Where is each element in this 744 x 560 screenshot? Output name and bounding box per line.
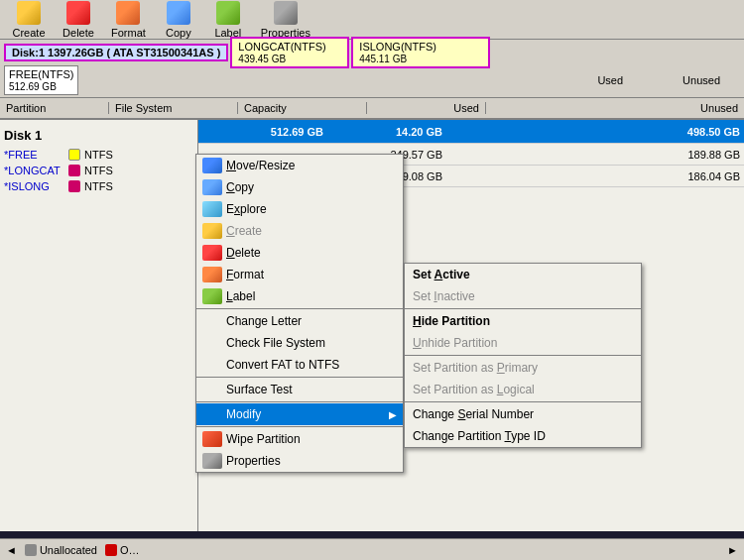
menu-format[interactable]: Format <box>196 264 403 285</box>
cell-used-0: 14.20 GB <box>327 126 446 138</box>
legend-unallocated: Unallocated <box>25 544 97 556</box>
submenu-set-logical: Set Partition as Logical <box>405 379 641 400</box>
toolbar-delete[interactable]: Delete <box>54 0 103 41</box>
submenu: Set Active Set Inactive Hide Partition U… <box>404 263 642 448</box>
column-headers: Partition File System Capacity Used Unus… <box>0 98 744 120</box>
ntfs-dot-2 <box>68 180 80 192</box>
list-item[interactable]: *ISLONG NTFS <box>4 178 193 194</box>
ntfs-dot <box>68 165 80 176</box>
status-bar: ◄ Unallocated O… ► <box>0 538 744 560</box>
submenu-set-inactive: Set Inactive <box>405 285 641 307</box>
wipe-icon <box>202 431 222 447</box>
submenu-unhide-partition: Unhide Partition <box>405 332 641 354</box>
submenu-set-primary: Set Partition as Primary <box>405 357 641 379</box>
label-menu-icon <box>202 288 222 304</box>
list-item[interactable]: *FREE NTFS <box>4 147 193 163</box>
free-box[interactable]: FREE(NTFS) 512.69 GB <box>4 65 78 95</box>
submenu-divider-3 <box>405 401 641 402</box>
free-dot <box>68 149 80 161</box>
unused-header-label: Unused <box>682 74 720 86</box>
menu-delete[interactable]: Delete <box>196 242 403 264</box>
no-icon-4 <box>202 382 222 397</box>
col-capacity-header: Capacity <box>238 102 367 114</box>
no-icon-5 <box>202 406 222 422</box>
menu-explore[interactable]: Explore <box>196 198 403 220</box>
no-icon-2 <box>202 335 222 351</box>
properties-icon <box>274 1 298 25</box>
data-header-row: 512.69 GB 14.20 GB 498.50 GB <box>198 120 744 144</box>
menu-surface-test[interactable]: Surface Test <box>196 379 403 400</box>
cell-unused-2: 186.04 GB <box>446 170 744 182</box>
submenu-change-type[interactable]: Change Partition Type ID <box>405 425 641 447</box>
list-item[interactable]: *LONGCAT NTFS <box>4 163 193 178</box>
disk-heading: Disk 1 <box>4 124 193 147</box>
left-panel: Disk 1 *FREE NTFS *LONGCAT NTFS *ISLONG … <box>0 120 198 531</box>
cell-unused-1: 189.88 GB <box>446 149 744 161</box>
unallocated-dot <box>25 544 37 556</box>
submenu-divider-1 <box>405 308 641 309</box>
toolbar-label[interactable]: Label <box>203 0 253 41</box>
menu-create: Create <box>196 220 403 242</box>
delete-menu-icon <box>202 245 222 261</box>
submenu-set-active[interactable]: Set Active <box>405 264 641 285</box>
move-icon <box>202 158 222 173</box>
cell-unused-0: 498.50 GB <box>446 126 744 138</box>
menu-properties[interactable]: Properties <box>196 450 403 472</box>
explore-icon <box>202 201 222 217</box>
toolbar-copy[interactable]: Copy <box>154 0 203 41</box>
menu-convert-fat[interactable]: Convert FAT to NTFS <box>196 354 403 376</box>
delete-icon <box>66 1 90 25</box>
menu-divider-4 <box>196 426 403 427</box>
menu-divider-1 <box>196 308 403 309</box>
toolbar-create[interactable]: Create <box>4 0 54 41</box>
menu-move-resize[interactable]: Move/Resize <box>196 155 403 176</box>
disk-label: Disk:1 1397.26GB ( ATA ST31500341AS ) <box>4 44 228 61</box>
toolbar-properties[interactable]: Properties <box>253 0 318 41</box>
scroll-right[interactable]: ► <box>727 544 738 556</box>
menu-change-letter[interactable]: Change Letter <box>196 310 403 332</box>
context-menu: Move/Resize Copy Explore Create Delete F… <box>195 154 404 473</box>
create-menu-icon <box>202 223 222 239</box>
col-used-header: Used <box>367 102 486 114</box>
scroll-indicator[interactable]: ◄ <box>6 544 17 556</box>
no-icon <box>202 313 222 329</box>
col-filesystem-header: File System <box>109 102 238 114</box>
cell-capacity-header: 512.69 GB <box>198 126 327 138</box>
col-partition-header: Partition <box>0 102 109 114</box>
properties-menu-icon <box>202 453 222 469</box>
copy-icon <box>167 1 190 25</box>
legend-other: O… <box>105 544 140 556</box>
submenu-change-serial[interactable]: Change Serial Number <box>405 403 641 425</box>
menu-copy[interactable]: Copy <box>196 176 403 198</box>
menu-wipe[interactable]: Wipe Partition <box>196 428 403 450</box>
submenu-hide-partition[interactable]: Hide Partition <box>405 310 641 332</box>
menu-divider-3 <box>196 401 403 402</box>
menu-modify[interactable]: Modify ▶ <box>196 403 403 425</box>
label-icon <box>216 1 240 25</box>
toolbar-format[interactable]: Format <box>103 0 154 41</box>
longcat-partition-box[interactable]: LONGCAT(NTFS) 439.45 GB <box>230 37 349 68</box>
toolbar: Create Delete Format Copy Label Properti… <box>0 0 744 40</box>
format-icon <box>116 1 140 25</box>
menu-divider-2 <box>196 377 403 378</box>
menu-label[interactable]: Label <box>196 285 403 307</box>
other-dot <box>105 544 117 556</box>
used-header-label: Used <box>597 74 623 86</box>
submenu-arrow: ▶ <box>389 409 397 420</box>
no-icon-3 <box>202 357 222 373</box>
col-unused-header: Unused <box>486 102 744 114</box>
menu-check-fs[interactable]: Check File System <box>196 332 403 354</box>
format-menu-icon <box>202 267 222 282</box>
disk-map: Disk:1 1397.26GB ( ATA ST31500341AS ) LO… <box>0 40 744 98</box>
copy-menu-icon <box>202 179 222 195</box>
create-icon <box>17 1 41 25</box>
islong-partition-box[interactable]: ISLONG(NTFS) 445.11 GB <box>351 37 490 68</box>
submenu-divider-2 <box>405 355 641 356</box>
